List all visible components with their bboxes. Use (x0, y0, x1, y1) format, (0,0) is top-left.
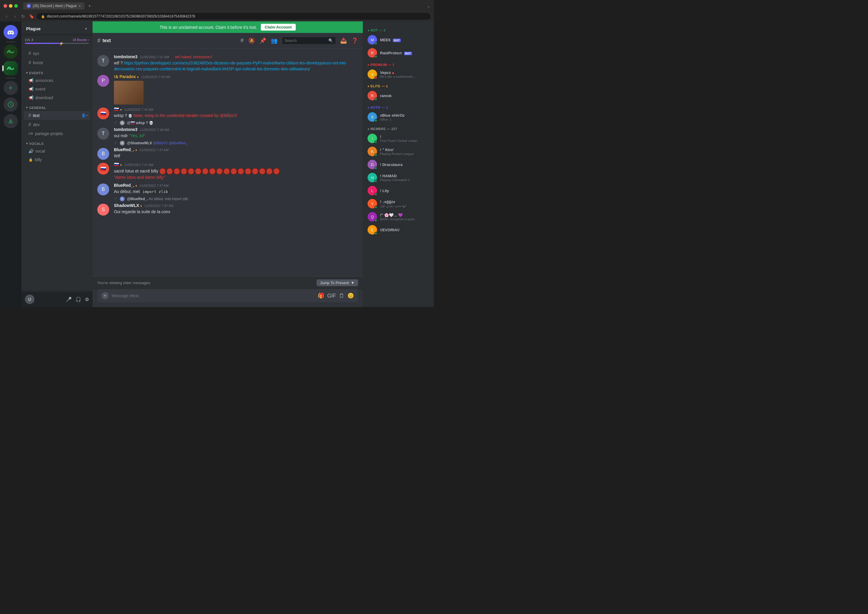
status-indicator (374, 119, 377, 122)
channel-sys[interactable]: # sys (24, 49, 90, 58)
username: !& Paradox ♦ (114, 74, 138, 79)
avatar: L (367, 186, 377, 195)
members-icon[interactable]: 👥 (271, 37, 277, 44)
message-input[interactable] (112, 293, 315, 298)
server-separator (6, 42, 16, 42)
explore-button[interactable] (3, 97, 18, 112)
discord-home-button[interactable] (3, 25, 18, 39)
pin-icon[interactable]: 📌 (260, 37, 266, 44)
category-vocals[interactable]: ▾ VOCALS (21, 138, 93, 147)
text-hash-icon: # (28, 113, 31, 118)
channel-dev[interactable]: # dev (24, 120, 90, 129)
server-plague[interactable] (3, 61, 18, 75)
list-item[interactable]: K ! " Kiro' Playing Rocket League (365, 145, 432, 158)
channel-header-name: # text (97, 37, 111, 44)
browser-titlebar: D (35) Discord | #text | Plague ✕ + ⌄ (0, 0, 434, 12)
member-info: MEE6 BOT (380, 38, 429, 42)
attach-button[interactable]: + (101, 292, 108, 299)
active-tab[interactable]: D (35) Discord | #text | Plague ✕ (23, 2, 85, 9)
close-button[interactable] (3, 4, 7, 8)
deafen-icon[interactable]: 🎧 (75, 297, 81, 302)
reply-curve-icon-2: ↱ (114, 141, 118, 146)
message-link[interactable]: https://python.developpez.com/actu/33824… (114, 61, 347, 71)
search-input[interactable] (285, 38, 326, 43)
list-item[interactable]: H ! HAMAD Playing Overwatch 2 (365, 171, 432, 184)
new-tab-button[interactable]: + (86, 3, 93, 9)
category-general[interactable]: ▾ GENERAL (21, 102, 93, 111)
code-block: import zlib (141, 189, 169, 194)
tab-close-button[interactable]: ✕ (78, 4, 81, 8)
channel-boost[interactable]: # boost (24, 58, 90, 67)
list-item[interactable]: L ! Lily (365, 184, 432, 197)
list-item[interactable]: X xBlue shiirOz xBlue :) (365, 110, 432, 123)
category-general-arrow: ▾ (26, 106, 28, 110)
table-row: S ShadowWLX ♦ 11/05/2022 7:47 AM Oui reg… (93, 202, 363, 217)
claim-account-button[interactable]: Claim Account (261, 24, 296, 31)
settings-icon[interactable]: ⚙ (85, 297, 89, 302)
channel-billy[interactable]: 🔒 billy (24, 155, 90, 164)
messages-area: T tombstone3 11/05/2022 7:37 AM wtf inde… (93, 48, 363, 276)
channel-annonces[interactable]: 📢 annonces (24, 76, 90, 85)
channel-partage-label: partage-projets (35, 131, 63, 136)
channel-download[interactable]: 📢 download (24, 93, 90, 102)
notification-bar: This is an unclaimed account. Claim it b… (93, 22, 363, 33)
add-server-button[interactable]: + (3, 81, 18, 95)
maximize-button[interactable] (14, 4, 18, 8)
member-name: RaidProtect BOT (380, 51, 429, 55)
minimize-button[interactable] (9, 4, 12, 8)
tab-favicon: D (27, 4, 31, 8)
list-item[interactable]: R ramok (365, 89, 432, 102)
category-vocals-arrow: ▾ (26, 141, 28, 146)
list-item[interactable]: V Vepcz ◆ life's like a motherfucki... (365, 68, 432, 81)
server-header[interactable]: Plague ▼ (21, 22, 93, 35)
emoji-icon[interactable]: 😊 (347, 292, 354, 299)
sticker-icon[interactable]: 🗒 (339, 293, 344, 299)
category-events[interactable]: ▾ EVENTS (21, 67, 93, 76)
partage-icon: #⚙ (28, 132, 33, 136)
username: 🇷🇺 ♦ (114, 162, 122, 167)
lock-icon: 🔒 (28, 158, 33, 162)
event-icon: 📢 (28, 87, 34, 92)
channel-vocal[interactable]: 🔊 vocal (24, 147, 90, 155)
threads-icon[interactable]: # (240, 37, 243, 44)
channel-partage[interactable]: #⚙ partage-projets (24, 129, 90, 138)
gif-icon[interactable]: GIF (327, 293, 336, 299)
user-avatar[interactable]: U (25, 295, 34, 304)
reply-mini-avatar-3: B (120, 197, 125, 201)
username: tombstone3 (114, 54, 137, 59)
channel-event-label: event (35, 87, 45, 92)
member-info: Vepcz ◆ life's like a motherfucki... (380, 70, 429, 78)
list-item[interactable]: D ! Draculaura (365, 158, 432, 171)
message-text: oui mdr "Yes, lol" (114, 133, 358, 139)
list-item[interactable]: Q !" 🌸🤍... 💜 Better recognize a quee... (365, 210, 432, 223)
channel-event[interactable]: 📢 event (24, 85, 90, 93)
back-button[interactable]: ‹ (3, 14, 9, 19)
list-item[interactable]: Y ! ↓κğğzx انها مجرد تقرئن اول (365, 197, 432, 210)
message-text: sacré lotus et sacré billy (114, 168, 358, 180)
list-item[interactable]: M MEE6 BOT (365, 33, 432, 46)
window-expand-button[interactable]: ⌄ (427, 3, 431, 8)
timestamp: 11/05/2022 7:47 AM (124, 163, 153, 166)
help-icon[interactable]: ❓ (352, 37, 358, 44)
server-icon-custom1[interactable] (3, 45, 18, 59)
bookmark-button[interactable]: 🔖 (28, 14, 34, 19)
download-button[interactable] (3, 114, 18, 128)
jump-to-present-button[interactable]: Jump To Present ▼ (316, 280, 358, 286)
timestamp: 11/05/2022 7:46 AM (140, 128, 169, 132)
announce-icon: 📢 (28, 78, 34, 83)
reload-button[interactable]: ↻ (20, 14, 26, 19)
notifications-icon[interactable]: 🔕 (248, 37, 255, 44)
search-box[interactable]: 🔍 (282, 37, 335, 44)
forward-button[interactable]: › (12, 14, 18, 19)
server-name: Plague (26, 26, 41, 31)
list-item[interactable]: R RaidProtect BOT (365, 46, 432, 59)
mute-icon[interactable]: 🎤 (66, 297, 72, 302)
address-bar[interactable]: 🔒 discord.com/channels/88199157774720210… (37, 13, 431, 20)
inbox-icon[interactable]: 📥 (340, 37, 347, 44)
channel-list: # sys # boost ▾ EVENTS 📢 annonces 📢 even… (21, 46, 93, 292)
list-item[interactable]: ! ! Free Fivem Global Unban (365, 132, 432, 145)
channel-text-item[interactable]: # text 👤+ (24, 111, 90, 120)
gift-icon[interactable]: 🎁 (318, 292, 324, 299)
member-status-text: life's like a motherfucki... (380, 75, 429, 78)
list-item[interactable]: E !/EVORIA\! (365, 223, 432, 236)
